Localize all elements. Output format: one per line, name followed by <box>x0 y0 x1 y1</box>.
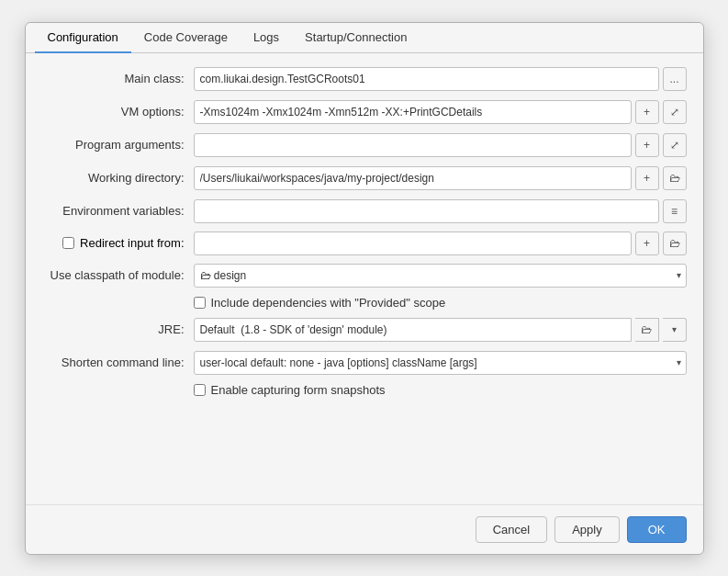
environment-variables-input[interactable] <box>194 199 659 223</box>
tab-configuration[interactable]: Configuration <box>35 23 131 53</box>
vm-options-row: VM options: + ⤢ <box>42 99 687 125</box>
redirect-folder-button[interactable]: 🗁 <box>663 232 687 255</box>
vm-options-label: VM options: <box>42 105 194 119</box>
shorten-command-line-control: user-local default: none - java [options… <box>194 351 687 375</box>
classpath-module-control: 🗁 design ▾ <box>194 264 687 288</box>
working-directory-control: + 🗁 <box>194 166 687 190</box>
vm-options-expand-button[interactable]: ⤢ <box>663 100 687 124</box>
main-class-control: ... <box>194 67 687 91</box>
program-args-add-button[interactable]: + <box>635 133 659 157</box>
shorten-command-line-label: Shorten command line: <box>42 356 194 369</box>
tab-bar: Configuration Code Coverage Logs Startup… <box>26 23 703 53</box>
redirect-input-field[interactable] <box>194 232 632 255</box>
shorten-command-line-row: Shorten command line: user-local default… <box>42 350 687 376</box>
environment-variables-row: Environment variables: ≡ <box>42 198 687 224</box>
redirect-input-label: Redirect input from: <box>80 236 184 250</box>
enable-snapshots-row: Enable capturing form snapshots <box>194 383 687 397</box>
apply-button[interactable]: Apply <box>554 516 620 543</box>
program-args-expand-button[interactable]: ⤢ <box>663 133 687 157</box>
env-vars-doc-button[interactable]: ≡ <box>663 199 687 223</box>
main-class-input[interactable] <box>194 67 659 91</box>
redirect-input-checkbox[interactable] <box>62 237 74 249</box>
main-class-label: Main class: <box>42 72 194 85</box>
tab-code-coverage[interactable]: Code Coverage <box>131 23 241 53</box>
jre-row: JRE: 🗁 ▾ <box>42 317 687 343</box>
cancel-button[interactable]: Cancel <box>476 516 547 543</box>
include-dependencies-label: Include dependencies with "Provided" sco… <box>211 296 446 310</box>
classpath-module-select[interactable]: 🗁 design <box>194 264 687 288</box>
main-class-row: Main class: ... <box>42 66 687 92</box>
enable-snapshots-label: Enable capturing form snapshots <box>211 383 386 397</box>
program-arguments-input[interactable] <box>194 133 632 157</box>
classpath-module-row: Use classpath of module: 🗁 design ▾ <box>42 263 687 288</box>
classpath-module-label: Use classpath of module: <box>42 268 194 282</box>
jre-label: JRE: <box>42 322 194 336</box>
tab-startup-connection[interactable]: Startup/Connection <box>292 23 420 53</box>
redirect-label-wrap: Redirect input from: <box>42 236 194 250</box>
configuration-panel: Main class: ... VM options: + ⤢ Program … <box>26 53 703 504</box>
include-dependencies-checkbox[interactable] <box>194 297 206 309</box>
environment-variables-control: ≡ <box>194 199 687 223</box>
vm-options-add-button[interactable]: + <box>635 100 659 124</box>
jre-input[interactable] <box>194 318 632 342</box>
working-directory-input[interactable] <box>194 166 632 190</box>
environment-variables-label: Environment variables: <box>42 204 194 218</box>
working-dir-folder-button[interactable]: 🗁 <box>663 166 687 190</box>
redirect-add-button[interactable]: + <box>635 232 659 255</box>
program-arguments-label: Program arguments: <box>42 138 194 152</box>
shorten-command-line-select[interactable]: user-local default: none - java [options… <box>194 351 687 375</box>
enable-snapshots-checkbox[interactable] <box>194 384 206 396</box>
redirect-input-row: Redirect input from: + 🗁 <box>42 232 687 255</box>
program-arguments-control: + ⤢ <box>194 133 687 157</box>
redirect-input-control: + 🗁 <box>194 232 687 255</box>
program-arguments-row: Program arguments: + ⤢ <box>42 132 687 158</box>
jre-folder-button[interactable]: 🗁 <box>635 318 659 342</box>
working-directory-label: Working directory: <box>42 171 194 185</box>
working-directory-row: Working directory: + 🗁 <box>42 165 687 191</box>
vm-options-input[interactable] <box>194 100 632 124</box>
vm-options-control: + ⤢ <box>194 100 687 124</box>
run-configuration-dialog: Configuration Code Coverage Logs Startup… <box>25 22 704 555</box>
shorten-command-line-select-wrapper: user-local default: none - java [options… <box>194 351 687 375</box>
main-class-browse-button[interactable]: ... <box>663 67 687 91</box>
classpath-module-select-wrapper: 🗁 design ▾ <box>194 264 687 288</box>
working-dir-add-button[interactable]: + <box>635 166 659 190</box>
jre-dropdown-button[interactable]: ▾ <box>663 318 687 342</box>
ok-button[interactable]: OK <box>627 516 687 543</box>
dialog-footer: Cancel Apply OK <box>26 504 703 554</box>
include-dependencies-row: Include dependencies with "Provided" sco… <box>194 296 687 310</box>
jre-control: 🗁 ▾ <box>194 318 687 342</box>
tab-logs[interactable]: Logs <box>241 23 292 53</box>
